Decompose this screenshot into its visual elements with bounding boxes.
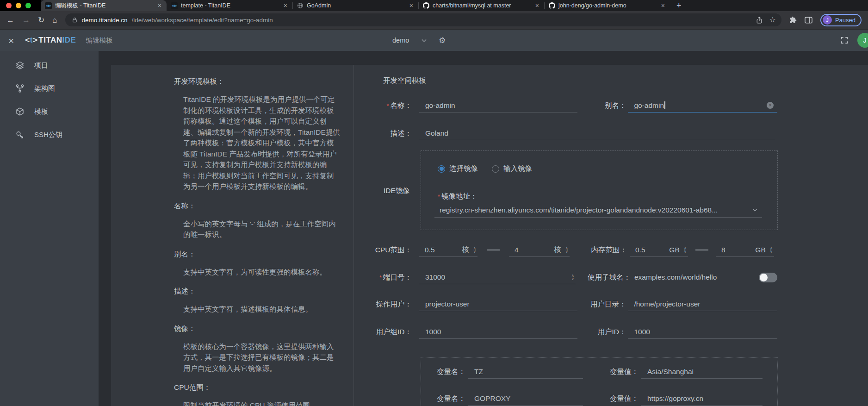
env-var-row: 变量名： GOPROXY 变量值： https://goproxy.cn [435,392,763,406]
template-edit-panel: 开发环境模板： TitanIDE 的开发环境模板是为用户提供一个可定制化的环境模… [111,65,868,406]
new-tab-button[interactable]: + [670,0,688,11]
user-dir-input[interactable]: /home/projector-user [628,297,777,311]
sidebar-item-projects[interactable]: 项目 [0,54,99,77]
subdomain-label: 使用子域名： [588,273,631,282]
name-alias-row: *名称： go-admin 别名： go-admin× [354,99,777,112]
range-dash [695,250,708,250]
help-heading: 镜像： [174,324,341,334]
help-heading: 开发环境模板： [174,77,341,87]
tab-charts-bitnami-mysql[interactable]: charts/bitnami/mysql at master × [418,0,544,11]
memory-min-input[interactable]: 0.5GB∧∨ [630,243,688,257]
tab-close-icon[interactable]: × [283,2,288,9]
name-input[interactable]: go-admin [419,99,577,112]
macos-window-controls [0,0,41,11]
var-name-input[interactable]: GOPROXY [468,392,583,406]
workspace-selector[interactable]: demo [392,37,409,44]
required-mark: * [379,274,382,281]
group-id-input[interactable]: 1000 [419,325,577,339]
sidebar: 项目 架构图 模板 SSH公钥 [0,51,99,406]
architecture-icon [15,84,25,93]
bookmark-star-icon[interactable]: ☆ [769,16,776,24]
settings-gear-icon[interactable]: ⚙ [439,37,446,44]
stepper-icons[interactable]: ∧∨ [571,274,574,280]
help-body: 支持中英文字符，为可读性更强的模板名称。 [183,267,341,278]
alias-input[interactable]: go-admin× [628,99,777,112]
close-editor-icon[interactable]: × [8,36,14,45]
radio-select-image[interactable]: 选择镜像 [438,164,478,174]
browser-window: <t> 编辑模板 - TitanIDE × <t> template - Tit… [0,0,868,406]
tab-goadmin[interactable]: GoAdmin × [292,0,418,11]
cpu-max-input[interactable]: 4核∧∨ [509,243,570,257]
chevron-down-icon[interactable] [752,208,757,212]
help-body: 限制当前开发环境的 CPU 资源使用范围。 [183,400,341,406]
user-id-label: 用户ID： [577,327,626,337]
var-value-input[interactable]: Asia/Shanghai [641,365,763,379]
opuser-userdir-row: 操作用户： projector-user 用户目录： /home/project… [354,297,777,311]
tab-template[interactable]: <t> template - TitanIDE × [167,0,292,11]
minimize-window-button[interactable] [16,3,21,8]
help-body: TitanIDE 的开发环境模板是为用户提供一个可定制化的环境模板设计工具，生成… [183,94,341,192]
side-panel-icon[interactable] [805,17,812,24]
maximize-window-button[interactable] [25,3,31,8]
browser-toolbar: ← → ↻ ⌂ demo.titanide.cn/ide/web/workspa… [0,11,868,29]
port-input[interactable]: 31000∧∨ [419,270,576,284]
group-id-label: 用户组ID： [354,327,412,337]
fullscreen-icon[interactable] [840,36,849,44]
ide-image-group: 选择镜像 输入镜像 *镜像地址： registry.cn-shenzhen.al… [421,150,778,230]
subdomain-toggle[interactable] [759,273,777,282]
user-id-input[interactable]: 1000 [628,325,777,339]
image-address-select[interactable]: registry.cn-shenzhen.aliyuncs.com/titani… [434,203,762,218]
forward-button[interactable]: → [22,16,30,24]
tab-title: 编辑模板 - TitanIDE [55,2,154,10]
chevron-down-icon[interactable] [422,39,427,42]
port-label: *端口号： [354,273,412,282]
tab-close-icon[interactable]: × [660,2,666,9]
memory-max-input[interactable]: 8GB∧∨ [716,243,774,257]
profile-chip[interactable]: J Paused [820,14,862,26]
sidebar-item-ssh-keys[interactable]: SSH公钥 [0,123,99,146]
address-bar[interactable]: demo.titanide.cn/ide/web/workspace/templ… [65,13,781,26]
cpu-min-input[interactable]: 0.5核∧∨ [419,243,477,257]
op-user-input[interactable]: projector-user [419,297,577,311]
stepper-icons[interactable]: ∧∨ [770,247,773,253]
ide-image-label: IDE镜像 [384,186,410,196]
port-subdomain-row: *端口号： 31000∧∨ 使用子域名： examples.com/world/… [354,270,777,284]
help-column: 开发环境模板： TitanIDE 的开发环境模板是为用户提供一个可定制化的环境模… [111,65,354,406]
share-icon[interactable] [756,16,763,24]
env-vars-group: 变量名： TZ 变量值： Asia/Shanghai 变量名： GOPROXY … [421,357,778,406]
titanide-logo: <t>TITANIDE [25,36,76,45]
var-value-input[interactable]: https://goproxy.cn [641,392,763,406]
extensions-puzzle-icon[interactable] [789,16,797,24]
description-label: 描述： [354,129,412,138]
radio-selected-icon[interactable] [438,165,445,173]
lock-icon[interactable] [72,17,78,23]
cpu-memory-row: CPU范围： 0.5核∧∨ 4核∧∨ 内存范围： 0.5GB∧∨ 8GB∧∨ [354,243,777,257]
back-button[interactable]: ← [6,16,14,24]
home-button[interactable]: ⌂ [52,16,57,24]
titanide-favicon: <t> [45,2,52,9]
clear-icon[interactable]: × [767,102,774,109]
radio-input-image[interactable]: 输入镜像 [492,164,532,174]
tab-close-icon[interactable]: × [409,2,414,9]
name-label: *名称： [354,101,412,111]
tab-close-icon[interactable]: × [157,2,162,9]
github-icon [422,2,429,9]
stepper-icons[interactable]: ∧∨ [684,247,687,253]
tab-close-icon[interactable]: × [534,2,540,9]
reload-button[interactable]: ↻ [38,16,44,24]
radio-unselected-icon[interactable] [492,165,499,173]
description-row: 描述： Goland [354,126,777,140]
page-title: 编辑模板 [86,36,112,45]
close-window-button[interactable] [6,3,12,8]
tab-go-admin-demo[interactable]: john-deng/go-admin-demo × [544,0,670,11]
logo-bracket: > [33,36,37,45]
description-input[interactable]: Goland [419,126,775,140]
sidebar-item-templates[interactable]: 模板 [0,100,99,123]
stepper-icons[interactable]: ∧∨ [565,247,568,253]
stepper-icons[interactable]: ∧∨ [473,247,476,253]
sidebar-item-architecture[interactable]: 架构图 [0,77,99,100]
tab-edit-template[interactable]: <t> 编辑模板 - TitanIDE × [41,0,167,11]
groupid-userid-row: 用户组ID： 1000 用户ID： 1000 [354,325,777,339]
var-name-input[interactable]: TZ [468,365,583,379]
user-avatar[interactable]: J [857,33,868,48]
